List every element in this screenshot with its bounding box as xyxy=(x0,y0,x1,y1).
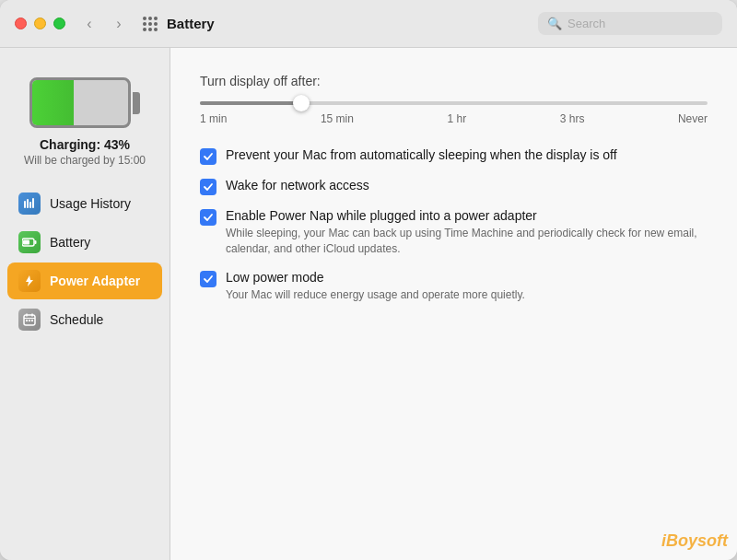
tick-1hr: 1 hr xyxy=(447,112,466,125)
search-placeholder: Search xyxy=(567,17,605,30)
checkbox-power-nap[interactable] xyxy=(200,209,216,226)
search-bar[interactable]: 🔍 Search xyxy=(538,12,722,35)
grid-icon[interactable] xyxy=(143,17,158,31)
sidebar-item-power-adapter[interactable]: Power Adapter xyxy=(7,262,162,299)
checkbox-low-power[interactable] xyxy=(200,271,216,287)
minimize-button[interactable] xyxy=(34,18,46,29)
svg-rect-0 xyxy=(24,201,26,208)
maximize-button[interactable] xyxy=(53,18,65,29)
slider-track[interactable] xyxy=(200,101,708,105)
tick-3hrs: 3 hrs xyxy=(560,112,585,125)
sidebar: Charging: 43% Will be charged by 15:00 xyxy=(0,48,170,560)
watermark: iBoysoft xyxy=(661,531,728,551)
detail-panel: Turn display off after: 1 min 15 min 1 h… xyxy=(170,48,737,560)
sidebar-item-schedule[interactable]: Schedule xyxy=(7,301,162,338)
option-wake-network-label: Wake for network access xyxy=(226,178,708,192)
close-button[interactable] xyxy=(15,18,27,29)
option-power-nap-desc: While sleeping, your Mac can back up usi… xyxy=(226,226,708,257)
power-adapter-label: Power Adapter xyxy=(50,274,140,288)
tick-15min: 15 min xyxy=(321,112,354,125)
svg-rect-6 xyxy=(35,240,37,244)
battery-visual xyxy=(29,77,140,128)
option-power-nap-text: Enable Power Nap while plugged into a po… xyxy=(226,208,708,257)
option-prevent-sleep-label: Prevent your Mac from automatically slee… xyxy=(226,147,708,162)
battery-fill xyxy=(32,80,74,125)
svg-rect-3 xyxy=(32,198,34,208)
option-low-power-label: Low power mode xyxy=(226,270,708,285)
checkbox-prevent-sleep[interactable] xyxy=(200,148,216,165)
svg-marker-7 xyxy=(26,275,33,286)
svg-rect-13 xyxy=(29,320,30,321)
svg-rect-14 xyxy=(31,320,33,321)
usage-history-icon xyxy=(18,192,41,215)
option-power-nap-label: Enable Power Nap while plugged into a po… xyxy=(226,208,708,223)
schedule-label: Schedule xyxy=(50,312,103,327)
checkbox-wake-network[interactable] xyxy=(200,179,216,195)
option-prevent-sleep-text: Prevent your Mac from automatically slee… xyxy=(226,147,708,162)
slider-fill xyxy=(200,101,301,105)
svg-rect-2 xyxy=(29,202,31,208)
charge-time: Will be charged by 15:00 xyxy=(24,154,146,167)
nav-arrows: ‹ › xyxy=(76,11,132,37)
back-button[interactable]: ‹ xyxy=(76,11,102,37)
slider-ticks: 1 min 15 min 1 hr 3 hrs Never xyxy=(200,112,708,125)
option-low-power-text: Low power mode Your Mac will reduce ener… xyxy=(226,270,708,303)
battery-label: Battery xyxy=(50,235,90,250)
sidebar-item-battery[interactable]: Battery xyxy=(7,224,162,261)
option-low-power: Low power mode Your Mac will reduce ener… xyxy=(200,270,708,303)
svg-rect-5 xyxy=(23,240,29,245)
usage-history-label: Usage History xyxy=(50,196,131,211)
schedule-icon xyxy=(18,309,41,331)
titlebar: ‹ › Battery 🔍 Search xyxy=(0,0,737,48)
tick-1min: 1 min xyxy=(200,112,227,125)
main-content: Charging: 43% Will be charged by 15:00 xyxy=(0,48,737,560)
sidebar-nav: Usage History Battery xyxy=(0,185,170,340)
window-title: Battery xyxy=(167,16,538,31)
traffic-lights xyxy=(15,18,65,29)
option-prevent-sleep: Prevent your Mac from automatically slee… xyxy=(200,147,708,165)
option-wake-network-text: Wake for network access xyxy=(226,178,708,192)
svg-rect-1 xyxy=(27,199,29,208)
slider-thumb[interactable] xyxy=(293,95,310,111)
power-adapter-icon xyxy=(18,270,41,292)
tick-never: Never xyxy=(678,112,708,125)
battery-icon xyxy=(18,231,41,253)
battery-body xyxy=(29,77,131,128)
svg-rect-12 xyxy=(26,320,28,321)
search-icon: 🔍 xyxy=(547,17,562,30)
battery-label-area: Charging: 43% Will be charged by 15:00 xyxy=(24,137,146,167)
forward-button[interactable]: › xyxy=(106,11,132,37)
sidebar-item-usage-history[interactable]: Usage History xyxy=(7,185,162,222)
option-low-power-desc: Your Mac will reduce energy usage and op… xyxy=(226,287,708,303)
watermark-name: Boysoft xyxy=(666,531,728,550)
option-power-nap: Enable Power Nap while plugged into a po… xyxy=(200,208,708,257)
battery-cap xyxy=(133,92,140,114)
charging-status: Charging: 43% xyxy=(24,137,146,152)
slider-section: Turn display off after: 1 min 15 min 1 h… xyxy=(200,74,708,125)
option-wake-network: Wake for network access xyxy=(200,178,708,195)
slider-title: Turn display off after: xyxy=(200,74,708,88)
